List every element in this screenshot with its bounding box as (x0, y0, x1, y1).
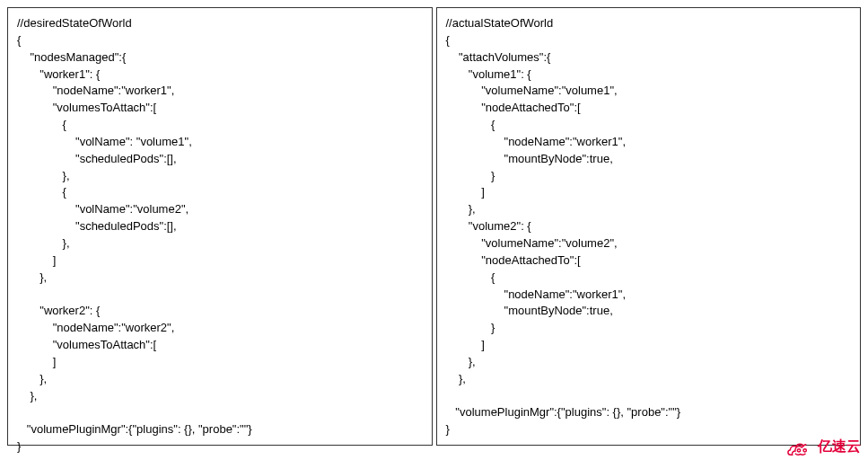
svg-point-0 (797, 448, 800, 451)
brand-logo: 亿速云 (784, 438, 861, 456)
code-compare-container: //desiredStateOfWorld { "nodesManaged":{… (7, 7, 861, 446)
desired-state-panel: //desiredStateOfWorld { "nodesManaged":{… (7, 7, 433, 446)
svg-point-1 (803, 448, 806, 451)
actual-state-panel: //actualStateOfWorld { "attachVolumes":{… (436, 7, 862, 446)
brand-text: 亿速云 (818, 438, 861, 456)
cloud-icon (784, 438, 814, 456)
